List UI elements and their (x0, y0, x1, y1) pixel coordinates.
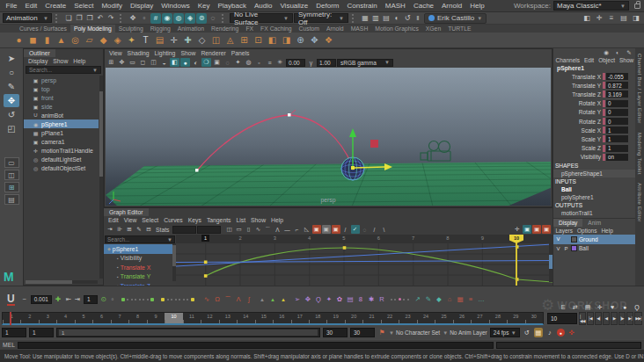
frame-cell[interactable]: 10 (165, 313, 182, 323)
frame-cell[interactable]: 6 (92, 313, 110, 323)
highlight-selection-icon[interactable]: ▫ (139, 13, 150, 24)
denormalize-icon[interactable]: ▣ (532, 225, 541, 234)
camera-attributes-icon[interactable]: ✥ (117, 58, 127, 67)
sidebar-tab[interactable]: Attribute Editor (637, 183, 642, 222)
flat-tangents-icon[interactable]: — (283, 225, 292, 234)
render-view-icon[interactable]: ▦ (360, 13, 370, 24)
menu-item[interactable]: Help (466, 2, 488, 10)
animbot-folder-icon[interactable]: ▤ (346, 294, 355, 304)
menu-item[interactable]: Deform (312, 2, 343, 10)
graph-editor-tab[interactable]: Graph Editor (104, 208, 149, 216)
colorspace-dropdown[interactable]: sRGB gamma▼ (337, 59, 393, 67)
menu-item[interactable]: Constrain (343, 2, 381, 10)
graph-menu-item[interactable]: Edit (106, 217, 121, 223)
viewport-menu-item[interactable]: Shading (125, 50, 152, 56)
multisample-aa-icon[interactable]: ◍ (244, 58, 253, 67)
snap-to-point-icon[interactable]: ◍ (173, 13, 184, 24)
2d-pan-zoom-icon[interactable]: ◫ (149, 58, 158, 67)
wireframe-icon[interactable]: ◧ (170, 58, 179, 67)
textured-icon[interactable]: ◐ (191, 58, 201, 67)
free-tangent-weight-icon[interactable]: / (341, 225, 350, 234)
loop-mode-icon[interactable]: ↺ (523, 328, 531, 337)
animbot-e-icon[interactable]: E (559, 302, 567, 312)
go-to-end-button[interactable]: ▶▶| (634, 312, 642, 325)
time-snap-icon[interactable]: ◌ (361, 225, 370, 234)
frame-cell[interactable]: 23 (399, 313, 416, 323)
character-set-icon[interactable]: ⚑ (377, 328, 386, 337)
channel-value-field[interactable]: 1 (606, 135, 628, 142)
shadows-icon[interactable]: ▣ (212, 58, 222, 67)
command-input[interactable] (18, 342, 494, 349)
linear-preset-icon[interactable]: Λ (234, 294, 243, 304)
animbot-zoom-icon[interactable]: Ϙ (314, 294, 323, 304)
layer-menu-item[interactable]: Help (599, 228, 615, 234)
shelf-tab[interactable]: Custom (296, 25, 323, 33)
outliner-item[interactable]: U animBot (24, 111, 99, 119)
divider[interactable] (120, 14, 124, 23)
two-pane-layout-button[interactable]: ◫ (4, 170, 19, 180)
image-plane-icon[interactable]: ◻ (138, 58, 148, 67)
channel-row[interactable]: Scale Z 1 (553, 144, 635, 153)
shelf-tab[interactable]: Poly Modeling (70, 25, 115, 33)
poly-sphere-icon[interactable]: ● (12, 33, 26, 47)
menu-item[interactable]: Windows (157, 2, 194, 10)
anim-layer-dropdown[interactable]: ▼No Anim Layer (443, 329, 487, 336)
attribute-editor-toggle-icon[interactable]: ≡ (606, 13, 617, 24)
power-icon[interactable]: ⊙ (99, 294, 108, 304)
channel-row[interactable]: Rotate X 0 (553, 99, 635, 108)
arc-preset-icon[interactable]: ⌒ (223, 294, 232, 304)
poly-torus-icon[interactable]: ◎ (69, 33, 82, 47)
step-back-frame-button[interactable]: |◀ (587, 312, 594, 325)
frame-cell[interactable]: 8 (128, 313, 146, 323)
insert-keys-icon[interactable]: ⊪ (115, 225, 124, 234)
frame-cell[interactable]: 19 (326, 313, 344, 323)
animbot-pose-icon[interactable]: ✛ (596, 302, 604, 312)
screen-space-ao-icon[interactable]: ◌ (223, 58, 232, 67)
modeling-toolkit-toggle-icon[interactable]: ◧ (582, 13, 592, 24)
pose-slider[interactable] (161, 298, 194, 301)
channel-value-field[interactable]: 0 (606, 109, 628, 116)
channel-box-menu-item[interactable]: Edit (582, 57, 596, 63)
viewport-menu-item[interactable]: Panels (229, 50, 252, 56)
add-keys-icon[interactable]: ⊞ (125, 225, 134, 234)
clamped-tangents-icon[interactable]: ⌒ (264, 225, 273, 234)
trail-key[interactable] (195, 169, 199, 172)
graph-channel-row[interactable]: ◆ pSphere1 (104, 244, 176, 254)
shelf-tab[interactable]: FX Caching (257, 25, 296, 33)
booleans-icon[interactable]: ◇ (195, 33, 209, 47)
shelf-tab[interactable]: TURTLE (444, 25, 474, 33)
channel-box-menu-item[interactable]: Channels (553, 57, 582, 63)
channel-row[interactable]: Translate X -0.055 (553, 72, 635, 81)
outliner-item[interactable]: ▣ persp (24, 76, 99, 84)
select-camera-icon[interactable]: ⊞ (106, 58, 116, 67)
quad-draw-icon[interactable]: ✥ (308, 33, 321, 47)
overshoot-preset-icon[interactable]: Ω (213, 294, 222, 304)
channel-value-field[interactable]: 3.169 (606, 90, 628, 98)
ipr-render-icon[interactable]: ▤ (381, 13, 392, 24)
normalize-icon[interactable]: ▣ (523, 225, 531, 234)
make-live-icon[interactable]: ◌ (208, 13, 218, 24)
animbot-pick-icon[interactable]: ➢ (293, 294, 302, 304)
extrude-icon[interactable]: ◬ (223, 33, 237, 47)
open-scene-icon[interactable]: ❐ (74, 13, 84, 24)
bevel-icon[interactable]: ⊞ (238, 33, 251, 47)
combine-icon[interactable]: ◫ (209, 33, 223, 47)
outliner-menu-item[interactable]: Display (26, 58, 50, 64)
graph-menu-item[interactable]: List (233, 217, 248, 223)
region-tool-icon[interactable]: ⊟ (144, 225, 153, 234)
shelf-tab[interactable]: Arnold (323, 25, 348, 33)
divider[interactable] (352, 14, 356, 23)
stats-value-field[interactable] (197, 226, 221, 234)
poly-platonic-icon[interactable]: ◈ (111, 33, 124, 47)
channel-row[interactable]: Scale X 1 (553, 126, 635, 134)
layer-editor-tab[interactable]: Display (553, 219, 582, 227)
gamma-field[interactable]: 1.00 (317, 59, 336, 67)
use-all-lights-icon[interactable]: ❍ (201, 58, 211, 67)
menu-item[interactable]: Create (41, 2, 70, 10)
move-tool-icon[interactable]: ✥ (4, 94, 19, 107)
workspace-dropdown[interactable]: Maya Classic*▼ (553, 1, 629, 11)
frame-cell[interactable]: 30 (525, 313, 543, 323)
poly-disc-icon[interactable]: ◆ (97, 33, 110, 47)
jump-icon[interactable]: ↗ (413, 294, 422, 304)
animbot-value-field[interactable]: 0.001 (31, 295, 52, 304)
